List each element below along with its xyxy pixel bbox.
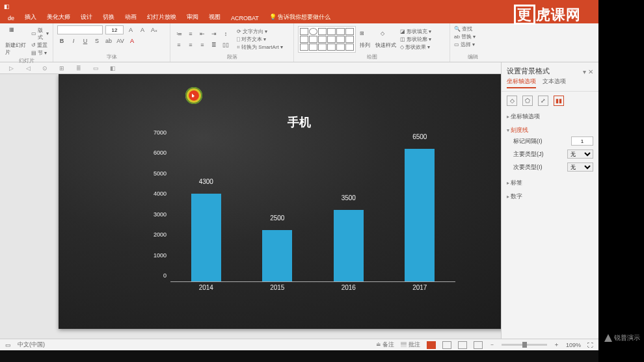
clear-format-icon[interactable]: Aₓ: [150, 25, 159, 34]
tab-slideshow[interactable]: 幻灯片放映: [142, 11, 181, 23]
shape-effects-button[interactable]: ◇ 形状效果 ▾: [400, 44, 431, 51]
tab-acrobat[interactable]: ACROBAT: [226, 13, 264, 23]
qat-btn-2[interactable]: ◁: [23, 64, 33, 73]
bar-label: 6500: [412, 133, 427, 140]
italic-icon[interactable]: I: [69, 36, 78, 45]
strike-icon[interactable]: S: [92, 36, 101, 45]
section-axis-options[interactable]: 坐标轴选项: [502, 110, 598, 123]
bold-icon[interactable]: B: [57, 36, 66, 45]
spacing-icon[interactable]: AV: [116, 36, 125, 45]
new-slide-button[interactable]: ▦新建幻灯片: [4, 25, 29, 57]
y-tick: 6000: [154, 149, 167, 156]
numbering-icon[interactable]: ≡: [186, 29, 195, 38]
format-pane-title: 设置背景格式: [507, 66, 550, 76]
label-major-type: 主要类型(J): [513, 150, 544, 159]
section-number[interactable]: 数字: [502, 190, 598, 203]
font-size-select[interactable]: [105, 25, 124, 34]
y-tick: 0: [163, 272, 167, 279]
shape-outline-button[interactable]: ◫ 形状轮廓 ▾: [400, 36, 431, 43]
notes-button[interactable]: ≐ 备注: [376, 341, 395, 349]
comments-button[interactable]: ▤ 批注: [401, 341, 420, 349]
shadow-icon[interactable]: ab: [104, 36, 113, 45]
x-tick: 2016: [342, 284, 356, 291]
view-reading-icon[interactable]: [458, 341, 467, 349]
convert-smartart-button[interactable]: ⌗ 转换为 SmartArt ▾: [237, 44, 283, 51]
text-direction-button[interactable]: ⟳ 文字方向 ▾: [237, 28, 283, 35]
qat-btn-6[interactable]: ▭: [91, 64, 100, 73]
shape-fill-button[interactable]: ◪ 形状填充 ▾: [400, 28, 431, 35]
slide-canvas[interactable]: 手机 01000200030004000500060007000 4300250…: [59, 74, 540, 329]
label-minor-type: 次要类型(I): [513, 163, 543, 172]
tab-review[interactable]: 审阅: [181, 11, 204, 23]
tellme-box[interactable]: 💡 告诉我你想要做什么: [264, 11, 336, 23]
tab-animation[interactable]: 动画: [120, 11, 142, 23]
zoom-in-icon[interactable]: ＋: [554, 341, 559, 349]
pane-ic-fill[interactable]: ◇: [507, 96, 517, 106]
layout-button[interactable]: ▭ 版式 ▾: [31, 27, 49, 41]
bar: [405, 149, 435, 281]
pane-ic-effects[interactable]: ⬠: [522, 96, 533, 106]
font-color-icon[interactable]: A: [127, 36, 137, 45]
font-family-select[interactable]: [57, 25, 103, 34]
tab-beautify[interactable]: 美化大师: [42, 11, 75, 23]
tab-view[interactable]: 视图: [204, 11, 226, 23]
pane-dropdown-icon[interactable]: ▾: [583, 68, 586, 75]
status-slide-icon: ▭: [5, 342, 11, 348]
qat-btn-3[interactable]: ⊙: [40, 64, 49, 73]
align-left-icon[interactable]: ≡: [174, 40, 183, 49]
underline-icon[interactable]: U: [81, 36, 90, 45]
indent-dec-icon[interactable]: ⇤: [198, 29, 207, 38]
replace-button[interactable]: ab 替换 ▾: [454, 33, 476, 40]
group-label-paragraph: 段落: [174, 53, 289, 62]
indent-inc-icon[interactable]: ⇥: [209, 29, 219, 38]
input-mark-interval[interactable]: [571, 136, 593, 146]
status-lang[interactable]: 中文(中国): [18, 341, 45, 349]
section-button[interactable]: ▤ 节 ▾: [31, 49, 49, 57]
justify-icon[interactable]: ≣: [209, 40, 219, 49]
pane-ic-axis[interactable]: ▮▮: [554, 96, 564, 106]
y-tick: 4000: [154, 190, 167, 197]
quickstyles-button[interactable]: ◇快速样式: [374, 29, 397, 50]
zoom-slider[interactable]: [502, 344, 547, 346]
tab-file[interactable]: de: [3, 13, 20, 23]
grow-font-icon[interactable]: A: [126, 25, 135, 34]
pane-tab-text[interactable]: 文本选项: [543, 77, 566, 88]
align-center-icon[interactable]: ≡: [186, 40, 195, 49]
bullets-icon[interactable]: ≔: [174, 29, 183, 38]
view-slideshow-icon[interactable]: [474, 341, 483, 349]
view-sorter-icon[interactable]: [442, 341, 451, 349]
zoom-percent[interactable]: 109%: [566, 342, 581, 348]
fit-window-icon[interactable]: ⛶: [587, 342, 593, 348]
app-menu-icon[interactable]: ◧: [4, 3, 10, 10]
tab-transition[interactable]: 切换: [98, 11, 120, 23]
qat-btn-4[interactable]: ⊞: [57, 64, 66, 73]
align-right-icon[interactable]: ≡: [198, 40, 207, 49]
columns-icon[interactable]: ▯▯: [221, 40, 230, 49]
shapes-gallery[interactable]: [298, 26, 356, 53]
section-labels[interactable]: 标签: [502, 176, 598, 190]
shrink-font-icon[interactable]: A: [138, 25, 147, 34]
x-tick: 2015: [270, 284, 284, 291]
reset-button[interactable]: ↺ 重置: [31, 42, 49, 49]
pane-tab-axis[interactable]: 坐标轴选项: [507, 77, 536, 88]
linespacing-icon[interactable]: ↕: [221, 29, 230, 38]
qat-btn-5[interactable]: ≣: [74, 64, 83, 73]
align-text-button[interactable]: ⎕ 对齐文本 ▾: [237, 36, 283, 43]
chart-title: 手机: [59, 114, 540, 130]
zoom-out-icon[interactable]: －: [489, 341, 495, 349]
section-tickmarks[interactable]: 刻度线 标记间隔(I) 主要类型(J) 无 次要类型(I) 无: [502, 123, 598, 176]
tab-design[interactable]: 设计: [75, 11, 98, 23]
svg-marker-0: [604, 334, 612, 342]
qat-btn-7[interactable]: ◧: [108, 64, 117, 73]
qat-btn-1[interactable]: ▷: [7, 64, 16, 73]
arrange-button[interactable]: ⊞排列: [358, 29, 371, 50]
select-minor-type[interactable]: 无: [567, 162, 593, 172]
select-major-type[interactable]: 无: [567, 149, 593, 159]
view-normal-icon[interactable]: [427, 341, 436, 349]
tab-insert[interactable]: 插入: [20, 11, 42, 23]
pane-close-icon[interactable]: ✕: [588, 68, 593, 75]
y-tick: 5000: [154, 170, 167, 177]
pane-ic-size[interactable]: ⤢: [538, 96, 548, 106]
select-button[interactable]: ▭ 选择 ▾: [454, 41, 475, 48]
find-button[interactable]: 🔍 查找: [454, 25, 472, 32]
